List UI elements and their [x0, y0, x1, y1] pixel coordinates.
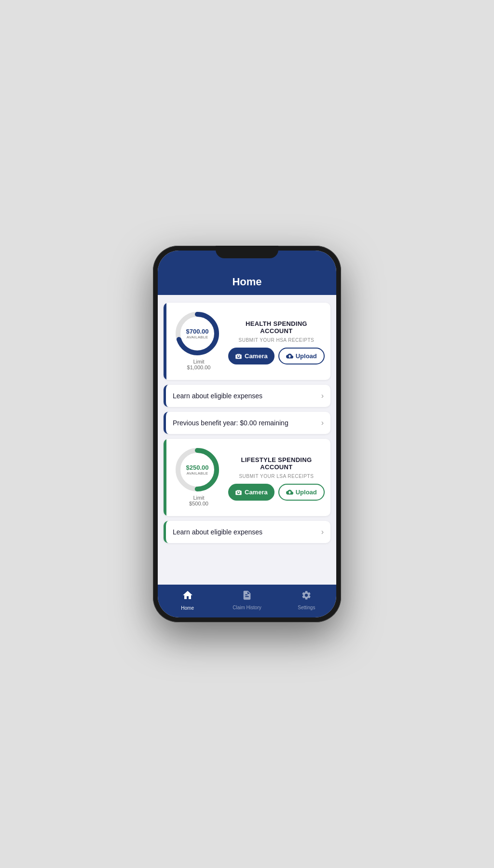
main-content: $700.00 AVAILABLE Limit $1,000.00 HEALTH…	[158, 295, 336, 585]
settings-icon	[301, 590, 312, 603]
learn-eligible-lsa[interactable]: Learn about eligible expenses ›	[164, 521, 330, 543]
lsa-info: LIFESTYLE SPENDING ACCOUNT SUBMIT YOUR L…	[221, 456, 325, 501]
lsa-camera-button[interactable]: Camera	[228, 484, 274, 501]
hsa-submit-label: SUBMIT YOUR HSA RECEIPTS	[228, 337, 325, 343]
lsa-card: $250.00 AVAILABLE Limit $500.00 LIFESTYL…	[164, 439, 330, 516]
chevron-right-icon-3: ›	[321, 528, 324, 536]
chevron-right-icon: ›	[321, 392, 324, 400]
hsa-available-label: AVAILABLE	[186, 335, 209, 339]
learn-eligible-hsa-text: Learn about eligible expenses	[173, 392, 321, 400]
hsa-donut: $700.00 AVAILABLE	[173, 309, 221, 358]
page-title: Home	[232, 276, 261, 288]
hsa-amount: $700.00	[186, 328, 209, 335]
lsa-limit: Limit $500.00	[176, 494, 221, 511]
lsa-account-name: LIFESTYLE SPENDING ACCOUNT	[228, 456, 325, 471]
camera-icon-green	[235, 489, 242, 496]
hsa-camera-button[interactable]: Camera	[228, 348, 274, 364]
notch	[216, 246, 278, 258]
previous-benefit-year[interactable]: Previous benefit year: $0.00 remaining ›	[164, 412, 330, 434]
nav-label-claim-history: Claim History	[233, 605, 261, 610]
lsa-card-inner: $250.00 AVAILABLE Limit $500.00 LIFESTYL…	[164, 439, 330, 516]
page-header: Home	[158, 272, 336, 295]
lsa-submit-label: SUBMIT YOUR LSA RECEIPTS	[228, 474, 325, 479]
upload-icon-green	[286, 489, 293, 496]
previous-benefit-year-text: Previous benefit year: $0.00 remaining	[173, 419, 321, 427]
phone-frame: Home $700.00 A	[153, 246, 341, 622]
hsa-account-name: HEALTH SPENDING ACCOUNT	[228, 320, 325, 335]
learn-eligible-hsa[interactable]: Learn about eligible expenses ›	[164, 385, 330, 407]
upload-icon	[286, 352, 293, 360]
nav-item-claim-history[interactable]: Claim History	[217, 590, 276, 610]
hsa-upload-button[interactable]: Upload	[278, 348, 325, 364]
chevron-right-icon-2: ›	[321, 419, 324, 427]
learn-eligible-lsa-text: Learn about eligible expenses	[173, 528, 321, 536]
hsa-limit: Limit $1,000.00	[176, 358, 221, 375]
bottom-nav: Home Claim History Settings	[158, 585, 336, 617]
lsa-amount: $250.00	[186, 464, 209, 471]
lsa-donut: $250.00 AVAILABLE	[173, 446, 221, 494]
hsa-card: $700.00 AVAILABLE Limit $1,000.00 HEALTH…	[164, 303, 330, 380]
nav-label-settings: Settings	[298, 605, 315, 610]
lsa-available-label: AVAILABLE	[186, 471, 209, 476]
hsa-btn-row: Camera Upload	[228, 348, 325, 364]
camera-icon	[235, 352, 242, 360]
nav-item-home[interactable]: Home	[158, 589, 217, 611]
claim-history-icon	[242, 590, 252, 603]
lsa-btn-row: Camera Upload	[228, 484, 325, 501]
nav-item-settings[interactable]: Settings	[277, 590, 336, 610]
nav-label-home: Home	[181, 605, 194, 611]
home-icon	[182, 589, 193, 604]
phone-screen: Home $700.00 A	[158, 251, 336, 617]
hsa-info: HEALTH SPENDING ACCOUNT SUBMIT YOUR HSA …	[221, 320, 325, 364]
hsa-card-inner: $700.00 AVAILABLE Limit $1,000.00 HEALTH…	[164, 303, 330, 380]
lsa-upload-button[interactable]: Upload	[278, 484, 325, 501]
